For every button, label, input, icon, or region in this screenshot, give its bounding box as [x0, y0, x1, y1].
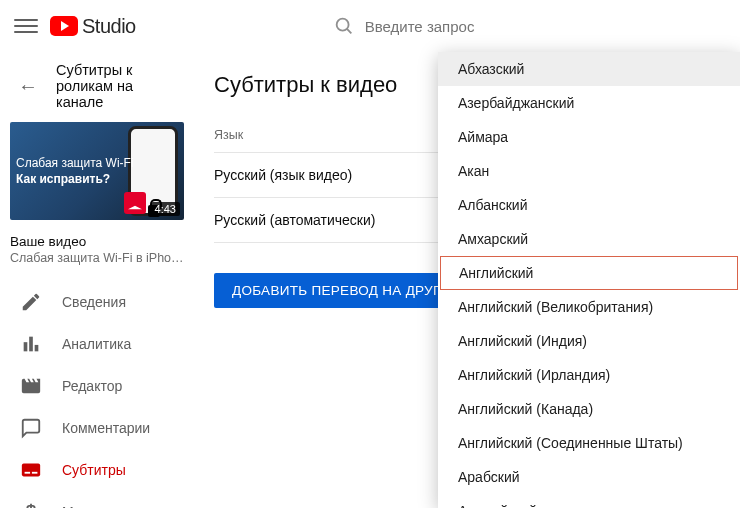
- language-option[interactable]: Амхарский: [438, 222, 740, 256]
- hamburger-menu-icon[interactable]: [14, 14, 38, 38]
- video-subtitle: Слабая защита Wi-Fi в iPhone: что …: [10, 251, 184, 265]
- language-option[interactable]: Азербайджанский: [438, 86, 740, 120]
- svg-rect-5: [22, 464, 40, 477]
- logo-text: Studio: [82, 15, 136, 38]
- nav-label: Комментарии: [62, 420, 150, 436]
- nav-label: Редактор: [62, 378, 122, 394]
- nav-item-film[interactable]: Редактор: [0, 365, 194, 407]
- youtube-icon: [50, 16, 78, 36]
- language-option[interactable]: Аймара: [438, 120, 740, 154]
- back-arrow-icon[interactable]: ←: [18, 75, 38, 98]
- nav-item-pencil[interactable]: Сведения: [0, 281, 194, 323]
- svg-rect-7: [32, 472, 37, 474]
- language-option[interactable]: Английский: [440, 256, 738, 290]
- language-dropdown[interactable]: АбхазскийАзербайджанскийАймараАканАлбанс…: [438, 52, 740, 508]
- svg-rect-4: [35, 345, 39, 351]
- dollar-icon: [20, 501, 42, 508]
- nav-item-comment[interactable]: Комментарии: [0, 407, 194, 449]
- film-icon: [20, 375, 42, 397]
- nav-label: Сведения: [62, 294, 126, 310]
- studio-logo[interactable]: Studio: [50, 15, 136, 38]
- nav-item-cc[interactable]: Субтитры: [0, 449, 194, 491]
- language-option[interactable]: Арамейский: [438, 494, 740, 508]
- svg-rect-3: [29, 337, 33, 352]
- language-option[interactable]: Арабский: [438, 460, 740, 494]
- svg-rect-6: [25, 472, 30, 474]
- search-input[interactable]: [365, 18, 565, 35]
- nav-label: Монетизация: [62, 504, 149, 508]
- search-bar[interactable]: [333, 15, 565, 37]
- language-option[interactable]: Английский (Индия): [438, 324, 740, 358]
- svg-line-1: [347, 29, 351, 33]
- video-duration: 4:43: [151, 202, 180, 216]
- language-option[interactable]: Албанский: [438, 188, 740, 222]
- nav-item-dollar[interactable]: Монетизация: [0, 491, 194, 508]
- language-option[interactable]: Английский (Соединенные Штаты): [438, 426, 740, 460]
- nav-label: Субтитры: [62, 462, 126, 478]
- search-icon: [333, 15, 355, 37]
- language-option[interactable]: Английский (Великобритания): [438, 290, 740, 324]
- language-option[interactable]: Абхазский: [438, 52, 740, 86]
- language-option[interactable]: Акан: [438, 154, 740, 188]
- nav-item-bars[interactable]: Аналитика: [0, 323, 194, 365]
- pencil-icon: [20, 291, 42, 313]
- comment-icon: [20, 417, 42, 439]
- video-title-label: Ваше видео: [10, 234, 184, 249]
- language-option[interactable]: Английский (Канада): [438, 392, 740, 426]
- svg-point-0: [336, 19, 348, 31]
- language-option[interactable]: Английский (Ирландия): [438, 358, 740, 392]
- bars-icon: [20, 333, 42, 355]
- svg-rect-2: [24, 342, 28, 351]
- video-thumbnail[interactable]: Слабая защита Wi-FiКак исправить? 4:43: [10, 122, 184, 220]
- sidebar-title: Субтитры к роликам на канале: [56, 62, 176, 110]
- nav-label: Аналитика: [62, 336, 131, 352]
- cc-icon: [20, 459, 42, 481]
